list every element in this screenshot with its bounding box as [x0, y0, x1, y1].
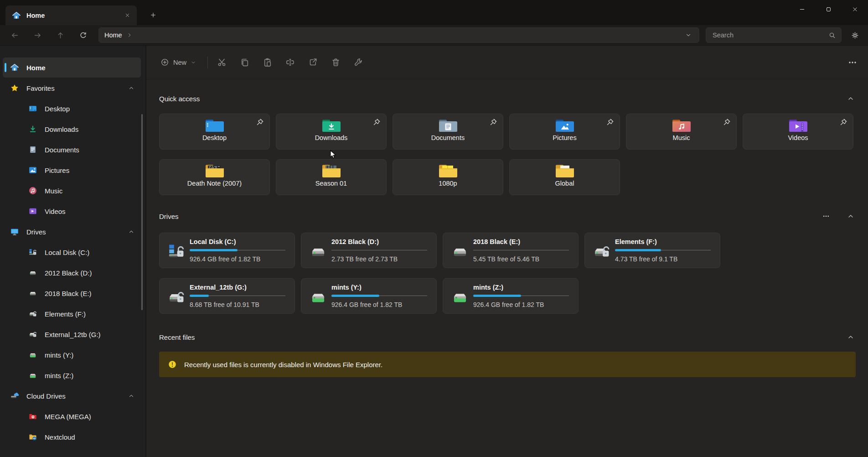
drives-more-icon[interactable]	[822, 213, 830, 220]
minimize-button[interactable]	[789, 0, 815, 18]
tab-home[interactable]: Home	[5, 5, 137, 25]
copy-button[interactable]	[236, 55, 253, 70]
drive-card-mints-z[interactable]: mints (Z:)926.4 GB free of 1.82 TB	[443, 278, 579, 314]
pin-icon[interactable]	[490, 118, 497, 126]
sidebar-item-favorites[interactable]: Favorites	[3, 78, 141, 98]
sidebar-item-drives[interactable]: Drives	[3, 222, 141, 242]
quick-access-header: Quick access	[159, 93, 854, 104]
quick-access-tile-documents[interactable]: Documents	[393, 114, 503, 150]
up-button[interactable]	[52, 27, 68, 43]
quick-access-tile-pictures[interactable]: Pictures	[509, 114, 620, 150]
back-button[interactable]	[6, 27, 23, 43]
collapse-recent-icon[interactable]	[847, 333, 854, 341]
sidebar-item-label: Local Disk (C:)	[45, 249, 89, 256]
sidebar-item-mints-y[interactable]: mints (Y:)	[3, 345, 141, 365]
quick-access-tile-season-01[interactable]: Season 01	[276, 159, 387, 195]
pin-icon[interactable]	[606, 118, 614, 126]
chevron-up-icon[interactable]	[128, 228, 134, 235]
address-dropdown-icon[interactable]	[685, 32, 692, 38]
sidebar-item-videos[interactable]: Videos	[3, 201, 141, 221]
pictures-icon	[28, 166, 37, 175]
sidebar-item-cloud-drives[interactable]: Cloud Drives	[3, 386, 141, 406]
new-button[interactable]: New	[155, 55, 201, 70]
drive-card-2012-black-d[interactable]: 2012 Black (D:)2.73 TB free of 2.73 TB	[301, 233, 437, 268]
quick-access-tile-videos[interactable]: Videos	[743, 114, 853, 150]
drive-card-mints-y[interactable]: mints (Y:)926.4 GB free of 1.82 TB	[301, 278, 437, 314]
chevron-up-icon[interactable]	[128, 393, 134, 399]
window-controls	[789, 0, 868, 18]
drive-free-space: 926.4 GB free of 1.82 TB	[331, 301, 430, 308]
pin-icon[interactable]	[373, 118, 381, 126]
quick-access-tile-desktop[interactable]: Desktop	[159, 114, 270, 150]
quick-access-tile-1080p[interactable]: 1080p	[393, 159, 503, 195]
share-button[interactable]	[305, 55, 321, 70]
maximize-button[interactable]	[815, 0, 842, 18]
quick-access-tile-death-note-2007[interactable]: Death Note (2007)	[159, 159, 270, 195]
properties-button[interactable]	[350, 55, 367, 70]
rename-button[interactable]	[282, 55, 298, 70]
quick-access-tile-downloads[interactable]: Downloads	[276, 114, 387, 150]
tile-label: Death Note (2007)	[187, 180, 242, 187]
close-window-button[interactable]	[842, 0, 868, 18]
pin-icon[interactable]	[256, 118, 264, 126]
drive-icon	[28, 268, 37, 277]
sidebar-item-2012-black-d[interactable]: 2012 Black (D:)	[3, 263, 141, 283]
drive-card-2018-black-e[interactable]: 2018 Black (E:)5.45 TB free of 5.46 TB	[443, 233, 579, 268]
sidebar-item-downloads[interactable]: Downloads	[3, 119, 141, 139]
sidebar-item-home[interactable]: Home	[3, 57, 141, 78]
sidebar-item-elements-f[interactable]: Elements (F:)	[3, 304, 141, 324]
sidebar-item-label: MEGA (MEGA)	[45, 413, 91, 421]
sidebar-item-mints-z[interactable]: mints (Z:)	[3, 365, 141, 385]
quick-access-tile-music[interactable]: Music	[626, 114, 737, 150]
sidebar-item-nextcloud[interactable]: Nextcloud	[3, 427, 141, 447]
folder-full-yellow-icon	[438, 163, 458, 179]
sidebar-item-label: mints (Y:)	[45, 351, 73, 359]
see-more-icon[interactable]	[848, 58, 857, 67]
folder-videos-icon	[788, 118, 808, 133]
downloads-icon	[28, 125, 37, 134]
drive-name: Local Disk (C:)	[190, 238, 288, 245]
sidebar-item-pictures[interactable]: Pictures	[3, 160, 141, 180]
search-box[interactable]	[706, 27, 842, 43]
search-icon[interactable]	[829, 32, 836, 39]
meter-track	[331, 250, 427, 251]
selection-accent	[5, 63, 6, 72]
drive-info: External_12tb (G:)8.68 TB free of 10.91 …	[187, 284, 288, 313]
settings-gear-icon[interactable]	[846, 27, 863, 43]
sidebar-item-documents[interactable]: Documents	[3, 140, 141, 160]
collapse-quick-access-icon[interactable]	[847, 95, 854, 102]
new-tab-button[interactable]	[147, 9, 160, 21]
capacity-meter	[331, 295, 427, 297]
drive-card-local-disk-c[interactable]: Local Disk (C:)926.4 GB free of 1.82 TB	[159, 233, 295, 268]
delete-button[interactable]	[327, 55, 344, 70]
breadcrumb[interactable]: Home	[104, 31, 122, 39]
pin-icon[interactable]	[723, 118, 731, 126]
sidebar-scrollbar[interactable]	[141, 114, 143, 310]
sidebar-item-desktop[interactable]: Desktop	[3, 99, 141, 119]
search-input[interactable]	[712, 31, 829, 39]
drive-card-elements-f[interactable]: Elements (F:)4.73 TB free of 9.1 TB	[584, 233, 720, 268]
address-bar[interactable]: Home	[98, 27, 699, 43]
drive-card-external-12tb-g[interactable]: External_12tb (G:)8.68 TB free of 10.91 …	[159, 278, 295, 314]
sidebar-item-external-12tb-g[interactable]: External_12tb (G:)	[3, 324, 141, 344]
collapse-drives-icon[interactable]	[847, 213, 854, 220]
titlebar: Home	[0, 0, 868, 25]
pin-icon[interactable]	[840, 118, 847, 126]
quick-access-tile-global[interactable]: Global	[509, 159, 620, 195]
sidebar-item-mega-mega[interactable]: MEGA (MEGA)	[3, 406, 141, 426]
capacity-meter	[331, 249, 427, 251]
paste-button[interactable]	[259, 55, 275, 70]
drive-icon	[450, 242, 470, 261]
drive-info: Local Disk (C:)926.4 GB free of 1.82 TB	[187, 238, 288, 268]
close-tab-icon[interactable]	[121, 10, 133, 21]
forward-button[interactable]	[29, 27, 46, 43]
sidebar-item-local-disk-c[interactable]: Local Disk (C:)	[3, 242, 141, 262]
sidebar-item-2018-black-e[interactable]: 2018 Black (E:)	[3, 283, 141, 303]
cut-button[interactable]	[213, 55, 230, 70]
sidebar-item-music[interactable]: Music	[3, 181, 141, 201]
capacity-meter	[190, 249, 285, 251]
chevron-up-icon[interactable]	[128, 85, 134, 91]
drive-free-space: 4.73 TB free of 9.1 TB	[615, 255, 713, 263]
sidebar-item-label: External_12tb (G:)	[45, 331, 101, 338]
refresh-button[interactable]	[75, 27, 91, 43]
